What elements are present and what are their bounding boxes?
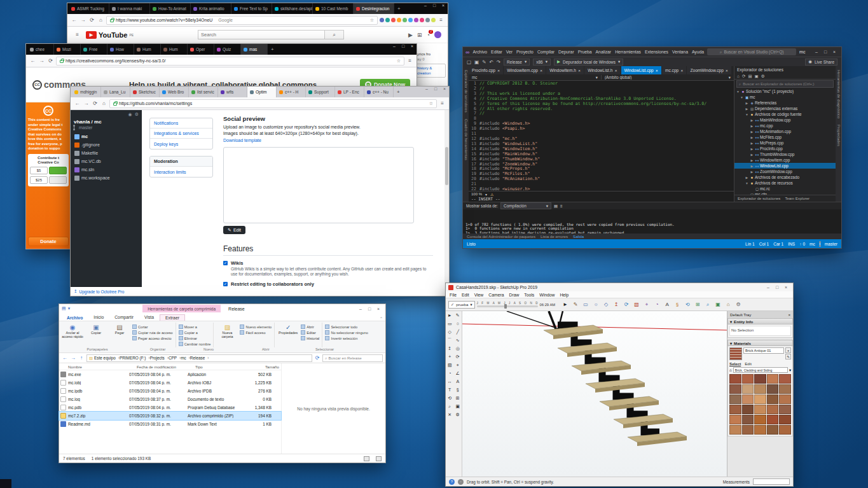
menu-item[interactable]: Help xyxy=(560,293,568,297)
menu-item[interactable]: Ayuda xyxy=(692,50,704,54)
expand-arrow-icon[interactable]: ▶ xyxy=(750,158,754,162)
close-icon[interactable]: × xyxy=(788,312,790,317)
breadcrumb[interactable]: ▨ Este equipoPRIMERO (F:)ProjectsCPPmcRe… xyxy=(86,354,312,362)
tool-icon[interactable]: ✎ xyxy=(454,311,462,319)
checkbox-checked-icon[interactable]: ✓ xyxy=(223,282,228,286)
wrap-icon[interactable]: ≡ xyxy=(560,204,563,208)
tool-icon[interactable]: ⌒ xyxy=(446,336,454,344)
menu-item[interactable]: Window xyxy=(539,293,555,297)
tool-icon[interactable]: ⟲ xyxy=(446,394,454,402)
new-folder-button[interactable]: ▨Nueva carpeta xyxy=(216,323,238,347)
edit-button[interactable]: ✎ Edit xyxy=(223,226,245,234)
tool-icon[interactable]: ○ xyxy=(591,300,601,309)
material-swatch[interactable] xyxy=(754,384,766,394)
forward-icon[interactable]: → xyxy=(70,355,76,361)
solution-tree-item[interactable]: ▶ MainWindow.cpp xyxy=(734,117,836,123)
breadcrumb-item[interactable]: mc xyxy=(181,356,190,360)
breadcrumb-item[interactable]: Este equipo xyxy=(94,356,120,360)
settings-nav-item[interactable]: Deploy keys xyxy=(150,139,212,149)
panel-tab[interactable]: Salida xyxy=(573,234,584,239)
expand-arrow-icon[interactable]: ▶ xyxy=(750,130,754,134)
search-button[interactable]: ⌕ xyxy=(325,30,344,39)
browser-tab[interactable]: 10 Cast Memb xyxy=(313,3,354,14)
material-swatch[interactable] xyxy=(729,405,741,414)
repo-tree-item[interactable]: mc.workspace xyxy=(71,174,142,182)
close-icon[interactable]: ✕ xyxy=(726,69,728,73)
date-slider-track[interactable] xyxy=(477,305,538,307)
solution-tree-item[interactable]: ▶ McAnimation.cpp xyxy=(734,129,836,134)
minimize-icon[interactable]: – xyxy=(356,307,365,311)
close-icon[interactable]: ✕ xyxy=(540,69,542,73)
member-dropdown[interactable]: (Ámbito global)▾ xyxy=(601,75,734,80)
home-icon[interactable]: ⌂ xyxy=(729,368,732,372)
tool-icon[interactable]: ∠ xyxy=(454,369,462,377)
solution-search-box[interactable]: ⌕ Buscar en Explorador de soluciones (Ct… xyxy=(736,80,834,88)
tool-icon[interactable]: ▧ xyxy=(446,361,454,369)
tool-window-tab[interactable]: Explorador de servidores xyxy=(464,70,468,113)
minimize-icon[interactable]: – xyxy=(421,3,430,14)
copy-button[interactable]: ▣Copiar xyxy=(85,323,107,347)
document-tab[interactable]: WindowList.h✕ xyxy=(584,66,621,74)
up-icon[interactable]: ↑ xyxy=(78,355,85,361)
file-row[interactable]: Readme.md 07/05/2019 08:31 p. m. Mark Do… xyxy=(59,420,281,428)
maximize-icon[interactable]: □ xyxy=(431,87,440,97)
file-row[interactable]: mc.ipdb 07/05/2019 08:04 p. m. Archivo I… xyxy=(59,387,281,395)
browser-tab[interactable]: How xyxy=(107,44,134,55)
breadcrumb-item[interactable]: Release xyxy=(190,356,209,360)
solution-tree-item[interactable]: ▶ WindowList.cpp xyxy=(734,163,836,169)
tool-icon[interactable]: ⊞ xyxy=(454,394,462,402)
browser-tab[interactable]: Mozi xyxy=(54,44,81,55)
tool-icon[interactable]: ⌕ xyxy=(446,402,454,410)
browser-tab[interactable]: I wanna maki xyxy=(109,3,150,14)
browser-tab[interactable]: LP - Enc xyxy=(335,87,364,97)
tool-window-tab[interactable]: Propiedades xyxy=(837,125,841,146)
back-icon[interactable]: ← xyxy=(29,58,36,64)
qat-dropdown-icon[interactable]: ▾ xyxy=(68,306,71,311)
output-log[interactable]: 1>0 of 782 functions ( 1.0%) were compil… xyxy=(463,209,841,234)
extension-icon[interactable] xyxy=(414,18,418,22)
details-view-icon[interactable] xyxy=(364,456,369,461)
material-name-field[interactable]: Brick Antique 01 xyxy=(743,347,784,354)
branch-selector[interactable]: master xyxy=(71,125,142,132)
close-icon[interactable]: × xyxy=(782,285,790,289)
browser-tab[interactable]: Hum xyxy=(161,44,188,55)
browser-tab[interactable]: Oper xyxy=(188,44,214,55)
tool-icon[interactable]: ◇ xyxy=(602,300,611,309)
menu-item[interactable]: View xyxy=(474,293,484,297)
material-swatch[interactable] xyxy=(779,405,791,414)
shadow-date-slider[interactable]: JFMAMJJASOND xyxy=(477,302,538,307)
expand-arrow-icon[interactable]: ▶ xyxy=(750,153,754,157)
settings-nav-item[interactable]: Interaction limits xyxy=(150,167,212,177)
undo-icon[interactable]: ↶ xyxy=(489,59,493,65)
search-input[interactable] xyxy=(198,30,325,39)
refresh-icon[interactable]: ⟳ xyxy=(314,355,320,361)
browser-tab[interactable]: Sketchuc xyxy=(130,87,160,97)
material-swatch[interactable] xyxy=(779,415,791,424)
expand-arrow-icon[interactable]: ▶ xyxy=(750,170,754,174)
properties-button[interactable]: ✓Propiedades xyxy=(277,323,299,347)
tool-icon[interactable]: ↥ xyxy=(612,300,621,309)
forward-icon[interactable]: → xyxy=(79,17,86,23)
properties-icon[interactable]: ⚙ xyxy=(761,74,765,79)
rename-button[interactable]: Cambiar nombre xyxy=(179,342,211,346)
easy-access-button[interactable]: Fácil acceso xyxy=(240,330,272,335)
tool-icon[interactable]: A xyxy=(663,300,672,309)
column-size[interactable]: Tamaño xyxy=(254,365,279,369)
redo-icon[interactable]: ↷ xyxy=(497,59,500,65)
menu-item[interactable]: Camera xyxy=(488,293,504,297)
bookmark-star-icon[interactable]: ☆ xyxy=(397,59,401,64)
expand-arrow-icon[interactable]: ▶ xyxy=(745,107,749,111)
tool-icon[interactable]: ⌕ xyxy=(703,300,713,309)
breadcrumb-item[interactable]: Projects xyxy=(150,356,169,360)
minimize-icon[interactable]: – xyxy=(812,50,821,54)
menu-item[interactable]: File xyxy=(450,293,457,297)
output-source-dropdown[interactable]: Compilación▾ xyxy=(500,202,551,209)
help-icon[interactable]: ? xyxy=(449,479,455,485)
checkbox-checked-icon[interactable]: ✓ xyxy=(223,261,228,265)
extension-icon[interactable] xyxy=(420,18,424,22)
run-button[interactable]: ▶Depurador local de Windows▾ xyxy=(554,59,623,66)
close-icon[interactable]: ✕ xyxy=(656,69,658,73)
tool-icon[interactable]: ◔ xyxy=(446,369,454,377)
material-swatch[interactable] xyxy=(754,374,766,384)
paste-button[interactable]: ▤Pegar xyxy=(109,323,130,347)
